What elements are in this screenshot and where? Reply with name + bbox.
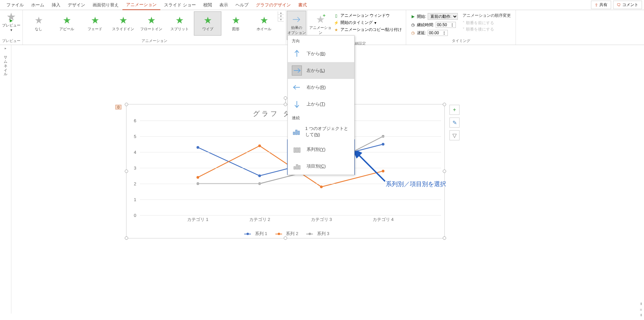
fit-mid-icon[interactable]: ≡ bbox=[640, 308, 642, 312]
share-button[interactable]: ⇪共有 bbox=[591, 1, 611, 9]
gallery-item[interactable]: ★図形 bbox=[222, 11, 250, 36]
x-tick-label: カテゴリ 2 bbox=[249, 217, 270, 223]
menubar-tab[interactable]: 表示 bbox=[216, 0, 232, 10]
chevron-down-icon: ˅ bbox=[463, 27, 465, 32]
menubar-tab[interactable]: ファイル bbox=[3, 0, 28, 10]
menubar-tab[interactable]: ヘルプ bbox=[232, 0, 252, 10]
delay-icon: ◷ bbox=[410, 30, 416, 36]
gallery-item-label: なし bbox=[35, 27, 42, 32]
rotate-handle[interactable] bbox=[284, 96, 287, 100]
star-icon: ★ bbox=[35, 16, 43, 25]
gallery-scrollbar[interactable]: ▲ ▼ ▼ bbox=[278, 11, 284, 21]
gallery-scroll-up[interactable]: ▲ bbox=[278, 11, 284, 15]
move-earlier-button: ˄順番を前にする bbox=[463, 20, 511, 26]
gallery-item[interactable]: ★アピール bbox=[53, 11, 80, 36]
y-tick-label: 6 bbox=[134, 118, 136, 123]
gallery-item[interactable]: ★スライドイン bbox=[109, 11, 137, 36]
gallery-item[interactable]: ★フェード bbox=[81, 11, 109, 36]
svg-rect-22 bbox=[299, 148, 300, 152]
chart-elements-button[interactable]: + bbox=[449, 105, 460, 115]
brush-icon: ✎ bbox=[452, 120, 457, 126]
gallery-item[interactable]: ★ホイール bbox=[250, 11, 278, 36]
animation-painter-button[interactable]: ★アニメーションのコピー/貼り付け bbox=[333, 27, 402, 33]
arrow-icon bbox=[292, 82, 302, 92]
comment-button[interactable]: 🗨コメント bbox=[613, 1, 642, 9]
resize-handle[interactable] bbox=[284, 103, 287, 106]
duration-spinner[interactable]: ▲▼ bbox=[436, 22, 456, 28]
resize-handle[interactable] bbox=[125, 170, 128, 173]
gallery-item[interactable]: ★ワイプ bbox=[194, 11, 221, 36]
animation-order-badge[interactable]: 0 bbox=[115, 105, 121, 109]
duration-label: 継続時間: bbox=[417, 22, 434, 28]
gallery-expand[interactable]: ▼ bbox=[278, 18, 284, 21]
bars-icon bbox=[292, 144, 302, 154]
gallery-item[interactable]: ★なし bbox=[25, 11, 52, 36]
legend-entry: 系列 2 bbox=[273, 231, 298, 236]
dropdown-direction-item[interactable]: 上から(T) bbox=[288, 96, 354, 112]
fit-up-icon[interactable]: ⇞ bbox=[640, 302, 643, 306]
group-label-animation: アニメーション bbox=[23, 38, 286, 45]
thumbnail-rail[interactable]: ▸ サムネイル bbox=[0, 45, 11, 314]
dropdown-direction-item[interactable]: 下から(B) bbox=[288, 45, 354, 62]
svg-rect-20 bbox=[294, 148, 296, 152]
svg-rect-19 bbox=[298, 131, 300, 135]
y-tick-label: 5 bbox=[134, 134, 136, 139]
menubar-tab[interactable]: 校閲 bbox=[200, 0, 216, 10]
animation-gallery[interactable]: ★なし★アピール★フェード★スライドイン★フロートイン★スプリット★ワイプ★図形… bbox=[25, 11, 278, 36]
resize-handle[interactable] bbox=[125, 103, 128, 106]
dropdown-item-label: 上から(T) bbox=[307, 101, 325, 107]
resize-handle[interactable] bbox=[443, 236, 446, 240]
x-tick-label: カテゴリ 1 bbox=[187, 217, 208, 223]
svg-line-26 bbox=[358, 154, 385, 181]
play-icon: ▶ bbox=[410, 14, 416, 19]
annotation-text: 系列別／項目別を選択 bbox=[386, 180, 446, 188]
resize-handle[interactable] bbox=[443, 103, 446, 106]
trigger-button[interactable]: ⚡開始のタイミング ▾ bbox=[333, 20, 402, 26]
dropdown-direction-item[interactable]: 左から(L) bbox=[288, 62, 354, 79]
annotation-arrow bbox=[355, 151, 388, 185]
animation-pane-button[interactable]: ▯アニメーション ウィンドウ bbox=[333, 13, 402, 18]
svg-point-2 bbox=[258, 175, 261, 177]
gallery-item-label: ホイール bbox=[257, 27, 271, 32]
delay-spinner[interactable]: ▲▼ bbox=[428, 30, 448, 36]
menubar-tab[interactable]: 画面切り替え bbox=[89, 0, 122, 10]
dropdown-sequence-item[interactable]: 1 つのオブジェクトとして(N) bbox=[288, 122, 354, 141]
menubar-tab[interactable]: ホーム bbox=[28, 0, 48, 10]
gallery-item-label: スプリット bbox=[170, 27, 189, 32]
fit-down-icon[interactable]: ⇟ bbox=[640, 313, 643, 317]
chart-object[interactable]: グラフ タイトル 0123456カテゴリ 1カテゴリ 2カテゴリ 3カテゴリ 4… bbox=[126, 104, 445, 238]
menubar-tab[interactable]: アニメーション bbox=[122, 0, 160, 10]
gallery-item-label: 図形 bbox=[232, 27, 239, 32]
star-icon: ★ bbox=[91, 16, 99, 25]
y-tick-label: 3 bbox=[134, 166, 136, 171]
menubar-tab[interactable]: デザイン bbox=[64, 0, 89, 10]
lightning-icon: ⚡ bbox=[333, 20, 339, 26]
star-icon: ★ bbox=[204, 16, 212, 25]
dropdown-item-label: 1 つのオブジェクトとして(N) bbox=[305, 126, 350, 138]
dropdown-sequence-item[interactable]: 項目別(C) bbox=[288, 158, 354, 175]
start-select[interactable]: 直前の動作… bbox=[428, 13, 458, 20]
menubar-tab[interactable]: グラフのデザイン bbox=[252, 0, 294, 10]
gallery-scroll-down[interactable]: ▼ bbox=[278, 15, 284, 18]
dropdown-direction-item[interactable]: 右から(R) bbox=[288, 79, 354, 96]
gallery-item[interactable]: ★フロートイン bbox=[138, 11, 165, 36]
resize-handle[interactable] bbox=[284, 236, 287, 240]
star-icon: ★ bbox=[232, 16, 240, 25]
menubar-tab[interactable]: スライド ショー bbox=[160, 0, 200, 10]
svg-point-7 bbox=[320, 185, 323, 188]
y-tick-label: 2 bbox=[134, 181, 136, 186]
chart-filters-button[interactable]: ▽ bbox=[449, 130, 460, 140]
x-tick-label: カテゴリ 3 bbox=[311, 217, 332, 223]
preview-button[interactable]: ★ ▶ プレビュー ▾ bbox=[2, 11, 20, 32]
plus-icon: + bbox=[453, 107, 456, 113]
dropdown-sequence-item[interactable]: 系列別(Y) bbox=[288, 141, 354, 158]
menubar-tab[interactable]: 挿入 bbox=[48, 0, 64, 10]
menubar-tab[interactable]: 書式 bbox=[294, 0, 311, 10]
chart-title: グラフ タイトル bbox=[126, 109, 444, 118]
svg-rect-23 bbox=[294, 167, 296, 169]
chart-styles-button[interactable]: ✎ bbox=[449, 118, 460, 128]
dropdown-item-label: 下から(B) bbox=[307, 51, 325, 57]
gallery-item[interactable]: ★スプリット bbox=[166, 11, 193, 36]
resize-handle[interactable] bbox=[443, 170, 446, 173]
resize-handle[interactable] bbox=[125, 236, 128, 240]
